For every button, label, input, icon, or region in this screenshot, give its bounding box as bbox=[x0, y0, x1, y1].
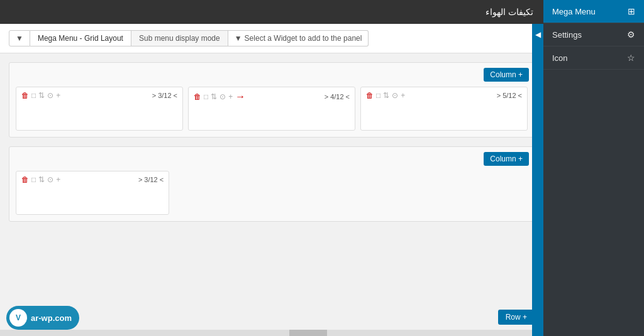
add-icon-1-2[interactable]: + bbox=[228, 92, 233, 101]
sidebar-icon-icon: ☆ bbox=[627, 53, 635, 63]
settings-icon-1-3[interactable]: ⊙ bbox=[392, 91, 398, 100]
widget-dropdown-icon: ▼ bbox=[235, 34, 242, 43]
page-title: تكيفات الهواء bbox=[486, 7, 533, 17]
row-2: Column + 🗑 □ ⇅ ⊙ + > 3/12 bbox=[9, 146, 535, 222]
move-icon-1-3[interactable]: ⇅ bbox=[383, 91, 389, 100]
content-area: تكيفات الهواء ▼ Mega Menu - Grid Layout … bbox=[0, 0, 543, 336]
sidebar-item-icon[interactable]: Icon ☆ bbox=[543, 46, 644, 70]
col-toolbar-2-1: 🗑 □ ⇅ ⊙ + > 3/12 < bbox=[21, 175, 164, 184]
toolbar: ▼ Mega Menu - Grid Layout Sub menu displ… bbox=[0, 24, 543, 53]
col-size-1-2: > 4/12 < bbox=[325, 93, 350, 100]
settings-icon-1-1[interactable]: ⊙ bbox=[47, 91, 53, 100]
row-add-button[interactable]: Row + bbox=[498, 310, 535, 325]
col-size-1-3: > 5/12 < bbox=[497, 92, 522, 99]
move-icon-1-2[interactable]: ⇅ bbox=[211, 92, 217, 101]
top-bar: تكيفات الهواء bbox=[0, 0, 543, 24]
scrollbar-thumb[interactable] bbox=[289, 330, 327, 336]
sidebar-item-settings[interactable]: Settings ⚙ bbox=[543, 23, 644, 46]
chevron-left-icon-1-3[interactable]: > bbox=[497, 92, 501, 99]
columns-row-1: 🗑 □ ⇅ ⊙ + > 3/12 < bbox=[16, 87, 528, 131]
chevron-right-icon-1-3[interactable]: < bbox=[518, 92, 522, 99]
dropdown-button[interactable]: ▼ bbox=[9, 30, 30, 46]
chevron-right-icon-2-1[interactable]: < bbox=[160, 176, 164, 183]
settings-icon-1-2[interactable]: ⊙ bbox=[219, 92, 226, 101]
widget-select-button[interactable]: ▼ Select a Widget to add to the panel bbox=[228, 30, 369, 46]
columns-row-2: 🗑 □ ⇅ ⊙ + > 3/12 < bbox=[16, 171, 528, 215]
column-1-2: 🗑 □ ⇅ ⊙ + → > 4/12 < bbox=[188, 87, 355, 131]
sidebar-toggle-arrow[interactable]: ◀ bbox=[532, 24, 543, 336]
col-size-1-1: > 3/12 < bbox=[152, 92, 177, 99]
delete-icon-1-1[interactable]: 🗑 bbox=[21, 91, 29, 100]
dropdown-icon: ▼ bbox=[16, 34, 23, 43]
add-icon-1-3[interactable]: + bbox=[401, 91, 405, 100]
branding: V ar-wp.com bbox=[6, 306, 79, 330]
sidebar-item-settings-label: Settings bbox=[552, 30, 582, 40]
add-icon-2-1[interactable]: + bbox=[56, 175, 60, 184]
column-add-button-row2[interactable]: Column + bbox=[484, 152, 529, 166]
row-btn-label: Row + bbox=[506, 313, 527, 322]
column-btn-label-row2: Column + bbox=[490, 154, 523, 163]
sidebar-item-icon-label: Icon bbox=[552, 53, 568, 63]
row-1: Column + 🗑 □ ⇅ ⊙ + > 3/12 bbox=[9, 62, 535, 138]
arrow-left-icon: ◀ bbox=[535, 30, 541, 39]
move-icon-1-1[interactable]: ⇅ bbox=[38, 91, 45, 100]
bottom-actions: Row + bbox=[0, 305, 543, 330]
column-btn-label-row1: Column + bbox=[490, 70, 523, 79]
col-toolbar-1-1: 🗑 □ ⇅ ⊙ + > 3/12 < bbox=[21, 91, 177, 100]
column-add-button-row1[interactable]: Column + bbox=[484, 68, 529, 82]
sidebar-item-mega-menu-label: Mega Menu bbox=[552, 7, 596, 16]
brand-url: ar-wp.com bbox=[31, 313, 72, 323]
add-icon-1-1[interactable]: + bbox=[56, 91, 60, 100]
col-toolbar-1-2: 🗑 □ ⇅ ⊙ + → > 4/12 < bbox=[194, 91, 350, 102]
delete-icon-2-1[interactable]: 🗑 bbox=[21, 175, 29, 184]
brand-logo: V bbox=[9, 309, 27, 327]
column-1-1: 🗑 □ ⇅ ⊙ + > 3/12 < bbox=[16, 87, 183, 131]
right-sidebar: Mega Menu ⊞ Settings ⚙ Icon ☆ bbox=[543, 0, 644, 336]
arrow-indicator-1-2: → bbox=[235, 91, 245, 102]
move-icon-2-1[interactable]: ⇅ bbox=[38, 175, 45, 184]
grid-content: Column + 🗑 □ ⇅ ⊙ + > 3/12 bbox=[0, 53, 543, 305]
copy-icon-1-2[interactable]: □ bbox=[204, 92, 208, 101]
chevron-left-icon-1-1[interactable]: > bbox=[152, 92, 156, 99]
copy-icon-1-1[interactable]: □ bbox=[31, 91, 36, 100]
column-1-3: 🗑 □ ⇅ ⊙ + > 5/12 < bbox=[360, 87, 528, 131]
chevron-right-icon-1-1[interactable]: < bbox=[174, 92, 177, 99]
settings-icon-2-1[interactable]: ⊙ bbox=[47, 175, 53, 184]
delete-icon-1-3[interactable]: 🗑 bbox=[366, 91, 374, 100]
col-size-2-1: > 3/12 < bbox=[138, 176, 164, 183]
chevron-right-icon-1-2[interactable]: < bbox=[346, 93, 350, 100]
scrollbar-area[interactable]: ▶ bbox=[0, 330, 543, 336]
sub-menu-label: Sub menu display mode bbox=[131, 30, 228, 46]
col-toolbar-1-3: 🗑 □ ⇅ ⊙ + > 5/12 < bbox=[366, 91, 522, 100]
mega-menu-label: Mega Menu - Grid Layout bbox=[30, 30, 131, 46]
chevron-left-icon-1-2[interactable]: > bbox=[325, 93, 328, 100]
copy-icon-1-3[interactable]: □ bbox=[376, 91, 380, 100]
sidebar-mega-menu-icon: ⊞ bbox=[628, 6, 635, 16]
copy-icon-2-1[interactable]: □ bbox=[31, 175, 36, 184]
widget-label: Select a Widget to add to the panel bbox=[245, 34, 362, 43]
main-wrapper: تكيفات الهواء ▼ Mega Menu - Grid Layout … bbox=[0, 0, 644, 336]
delete-icon-1-2[interactable]: 🗑 bbox=[194, 92, 201, 101]
sidebar-item-mega-menu[interactable]: Mega Menu ⊞ bbox=[543, 0, 644, 23]
chevron-left-icon-2-1[interactable]: > bbox=[138, 176, 142, 183]
sidebar-settings-icon: ⚙ bbox=[627, 30, 635, 40]
column-2-1: 🗑 □ ⇅ ⊙ + > 3/12 < bbox=[16, 171, 169, 215]
